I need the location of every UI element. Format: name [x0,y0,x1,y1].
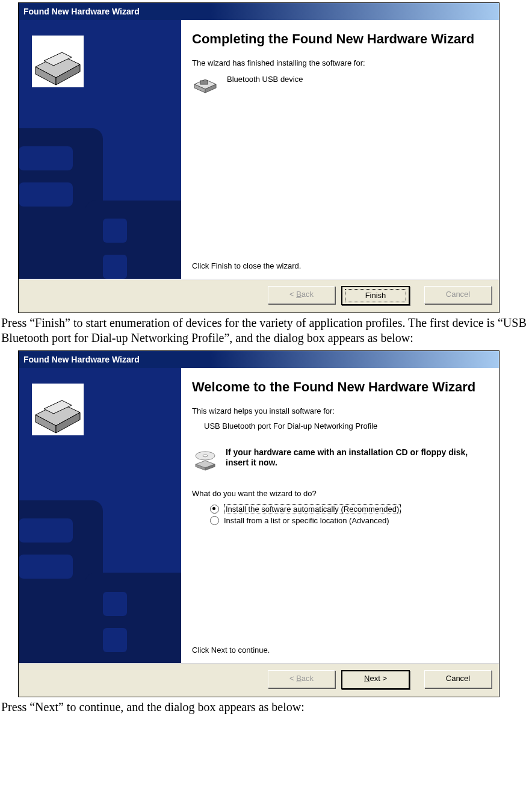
device-row: Bluetooth USB device [192,73,486,97]
cd-row: If your hardware came with an installati… [192,447,486,473]
close-instruction: Click Finish to close the wizard. [192,261,301,270]
svg-rect-3 [19,182,73,207]
device-name: Bluetooth USB device [227,75,303,84]
button-bar: < Back Next > Cancel [19,664,499,697]
back-pre: < [289,674,296,683]
svg-rect-20 [85,573,181,663]
radio-auto-row[interactable]: Install the software automatically (Reco… [210,504,486,514]
dialog-welcome: Found New Hardware Wizard [18,350,500,697]
svg-rect-6 [103,255,127,279]
radio-auto-label: Install the software automatically (Reco… [224,504,401,514]
svg-rect-21 [103,592,127,616]
dialog-content: Completing the Found New Hardware Wizard… [181,20,499,279]
radio-advanced-label: Install from a list or specific location… [224,516,389,525]
cd-instruction: If your hardware came with an installati… [226,447,486,468]
next-button[interactable]: Next > [341,670,410,689]
button-bar: < Back Finish Cancel [19,279,499,313]
wizard-question: What do you want the wizard to do? [192,489,486,498]
dialog-body: Completing the Found New Hardware Wizard… [19,20,499,279]
device-name: USB Bluetooth port For Dial-up Networkin… [204,421,486,431]
dialog-content: Welcome to the Found New Hardware Wizard… [181,368,499,663]
titlebar[interactable]: Found New Hardware Wizard [19,3,499,20]
continue-instruction: Click Next to continue. [192,645,270,655]
finish-button[interactable]: Finish [341,286,410,305]
wizard-side-art [19,20,181,279]
usb-device-icon [192,73,218,97]
wizard-side-art [19,368,181,663]
wizard-heading: Completing the Found New Hardware Wizard [192,31,486,48]
svg-rect-19 [19,555,73,579]
radio-auto[interactable] [210,505,219,514]
svg-rect-4 [85,201,181,279]
instruction-paragraph-2: Press “Next” to continue, and the dialog… [0,700,532,717]
titlebar[interactable]: Found New Hardware Wizard [19,351,499,368]
back-button: < Back [268,286,335,304]
svg-rect-18 [19,518,73,543]
cancel-label: Cancel [446,674,470,683]
back-mnemonic: B [296,290,302,299]
next-post: ext > [370,674,387,683]
window-title: Found New Hardware Wizard [23,355,140,364]
finish-label: Finish [365,288,386,303]
cd-icon [192,447,218,473]
svg-point-29 [203,455,208,457]
cancel-button[interactable]: Cancel [424,670,492,688]
instruction-paragraph-1: Press “Finish” to start enumeration of d… [0,316,532,348]
cancel-button: Cancel [424,286,492,304]
svg-rect-2 [19,146,73,170]
radio-advanced[interactable] [210,516,219,525]
dialog-completing: Found New Hardware Wizard [18,2,500,313]
next-mnemonic: N [364,674,370,683]
back-post: ack [302,674,314,683]
back-button: < Back [268,670,335,688]
dialog-body: Welcome to the Found New Hardware Wizard… [19,368,499,664]
window-title: Found New Hardware Wizard [23,7,140,16]
wizard-heading: Welcome to the Found New Hardware Wizard [192,379,486,396]
finished-text: The wizard has finished installing the s… [192,58,486,67]
svg-rect-22 [103,628,127,652]
finish-focus-ring: Finish [345,289,406,302]
svg-rect-5 [103,219,127,243]
cancel-label: Cancel [446,290,470,299]
radio-advanced-row[interactable]: Install from a list or specific location… [210,516,486,525]
helps-text: This wizard helps you install software f… [192,406,486,415]
back-mnemonic: B [296,674,302,683]
svg-rect-15 [200,81,208,84]
